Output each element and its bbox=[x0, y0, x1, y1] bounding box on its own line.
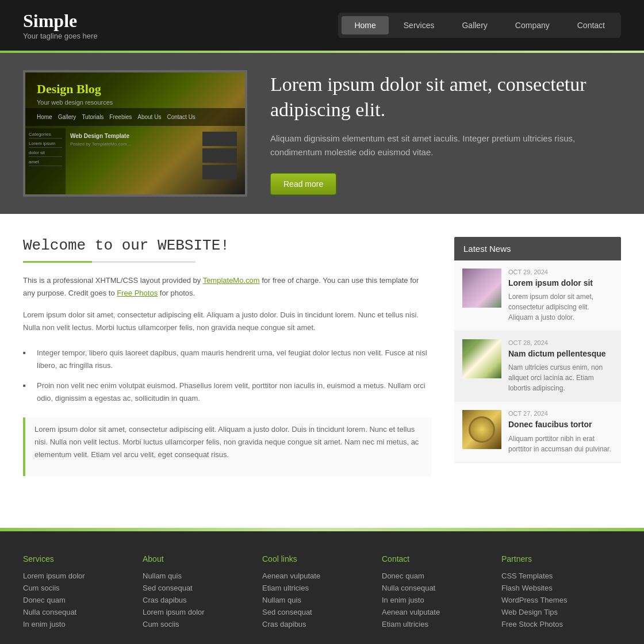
footer-link[interactable]: Sed consequat bbox=[143, 584, 193, 592]
footer-column-heading: Partners bbox=[501, 554, 610, 564]
footer-column: ContactDonec quamNulla consequatIn enim … bbox=[382, 554, 501, 632]
footer-link[interactable]: Nullam quis bbox=[262, 596, 301, 604]
footer-link-item: WordPress Themes bbox=[501, 596, 610, 604]
footer-link[interactable]: Sed consequat bbox=[262, 608, 312, 616]
footer-link-item: Aenean vulputate bbox=[262, 572, 370, 580]
logo: Simple Your tagline goes here bbox=[23, 10, 98, 40]
blockquote-text: Lorem ipsum dolor sit amet, consectetur … bbox=[34, 423, 422, 461]
news-title: Donec faucibus tortor bbox=[508, 419, 613, 430]
blog-main-content: Web Design Template Posted by TemplateMo… bbox=[66, 128, 199, 194]
footer-column-list: Nullam quisSed consequatCras dapibusLore… bbox=[143, 572, 251, 628]
news-item: OCT 29, 2024 Lorem ipsum dolor sit Lorem… bbox=[454, 260, 621, 331]
sidebar: Latest News OCT 29, 2024 Lorem ipsum dol… bbox=[454, 237, 621, 482]
footer-link-item: Etiam ultricies bbox=[382, 620, 490, 628]
nav-item-services[interactable]: Services bbox=[391, 16, 447, 34]
templatemo-link[interactable]: TemplateMo.com bbox=[203, 276, 260, 285]
footer-column: Cool linksAenean vulputateEtiam ultricie… bbox=[262, 554, 382, 632]
news-meta: OCT 28, 2024 Nam dictum pellentesque Nam… bbox=[508, 339, 613, 393]
footer-link[interactable]: Cum sociis bbox=[23, 584, 60, 592]
footer-link[interactable]: Etiam ultricies bbox=[382, 620, 428, 628]
news-meta: OCT 29, 2024 Lorem ipsum dolor sit Lorem… bbox=[508, 269, 613, 323]
footer-link-item: Flash Websites bbox=[501, 584, 610, 592]
footer-link-item: Lorem ipsum dolor bbox=[23, 572, 131, 580]
footer-link-item: Nullam quis bbox=[143, 572, 251, 580]
freephotos-link[interactable]: Free Photos bbox=[117, 289, 158, 297]
news-date: OCT 28, 2024 bbox=[508, 339, 613, 346]
footer-link-item: Web Design Tips bbox=[501, 608, 610, 616]
news-title: Nam dictum pellentesque bbox=[508, 348, 613, 359]
footer-column: AboutNullam quisSed consequatCras dapibu… bbox=[143, 554, 262, 632]
nav-item-contact[interactable]: Contact bbox=[565, 16, 618, 34]
footer-link[interactable]: Web Design Tips bbox=[501, 608, 558, 616]
footer-column-heading: Services bbox=[23, 554, 131, 564]
blog-sub: Your web design resources bbox=[25, 99, 245, 106]
main-content: Welcome to our WEBSITE! This is a profes… bbox=[23, 237, 454, 482]
blog-title: Design Blog bbox=[25, 72, 245, 99]
footer-column: ServicesLorem ipsum dolorCum sociisDonec… bbox=[23, 554, 143, 632]
header: Simple Your tagline goes here HomeServic… bbox=[0, 0, 644, 51]
footer: ServicesLorem ipsum dolorCum sociisDonec… bbox=[0, 531, 644, 644]
footer-link-item: Etiam ultricies bbox=[262, 584, 370, 592]
blog-sidebar: Categories Lorem ipsum dolor sit amet bbox=[25, 128, 66, 194]
news-title: Lorem ipsum dolor sit bbox=[508, 278, 613, 288]
nav-item-gallery[interactable]: Gallery bbox=[449, 16, 500, 34]
footer-link[interactable]: Lorem ipsum dolor bbox=[143, 608, 205, 616]
footer-link-item: Cras dapibus bbox=[262, 620, 370, 628]
tagline: Your tagline goes here bbox=[23, 32, 98, 40]
footer-link-item: Sed consequat bbox=[143, 584, 251, 592]
footer-column-heading: Cool links bbox=[262, 554, 370, 564]
intro-paragraph: This is a professional XHTML/CSS layout … bbox=[23, 274, 431, 300]
footer-link[interactable]: Cras dapibus bbox=[262, 620, 306, 628]
news-excerpt: Lorem ipsum dolor sit amet, consectetur … bbox=[508, 292, 613, 323]
footer-link[interactable]: CSS Templates bbox=[501, 572, 553, 580]
footer-link[interactable]: Etiam ultricies bbox=[262, 584, 309, 592]
nav-item-home[interactable]: Home bbox=[342, 16, 388, 34]
footer-link-item: Donec quam bbox=[382, 572, 490, 580]
footer-link[interactable]: Free Stock Photos bbox=[501, 620, 563, 628]
site-title: Simple bbox=[23, 10, 98, 32]
footer-link[interactable]: Lorem ipsum dolor bbox=[23, 572, 85, 580]
blockquote: Lorem ipsum dolor sit amet, consectetur … bbox=[23, 417, 431, 476]
footer-link-item: In enim justo bbox=[23, 620, 131, 628]
footer-link[interactable]: Nullam quis bbox=[143, 572, 182, 580]
hero-text: Lorem ipsum dolor sit amet, consectetur … bbox=[270, 72, 621, 195]
footer-link-item: Cum sociis bbox=[23, 584, 131, 592]
news-thumbnail bbox=[462, 410, 501, 449]
footer-link[interactable]: In enim justo bbox=[382, 596, 424, 604]
footer-link-item: In enim justo bbox=[382, 596, 490, 604]
hero-section: Design Blog Your web design resources Ho… bbox=[0, 53, 644, 214]
footer-link[interactable]: In enim justo bbox=[23, 620, 66, 628]
footer-link-item: Donec quam bbox=[23, 596, 131, 604]
footer-link-item: Lorem ipsum dolor bbox=[143, 608, 251, 616]
list-item: Proin non velit nec enim volutpat euismo… bbox=[23, 376, 431, 408]
footer-link[interactable]: Aenean vulputate bbox=[262, 572, 320, 580]
main-paragraph1: Lorem ipsum dolor sit amet, consectetur … bbox=[23, 309, 431, 334]
latest-news-header: Latest News bbox=[454, 237, 621, 260]
footer-link-item: Nulla consequat bbox=[23, 608, 131, 616]
footer-link[interactable]: WordPress Themes bbox=[501, 596, 567, 604]
footer-link[interactable]: Cras dapibus bbox=[143, 596, 187, 604]
footer-link[interactable]: Nulla consequat bbox=[382, 584, 435, 592]
footer-link-item: Nullam quis bbox=[262, 596, 370, 604]
footer-link-item: Aenean vulputate bbox=[382, 608, 490, 616]
footer-link[interactable]: Donec quam bbox=[382, 572, 424, 580]
footer-link[interactable]: Cum sociis bbox=[143, 620, 179, 628]
footer-link[interactable]: Nulla consequat bbox=[23, 608, 76, 616]
footer-link-item: Sed consequat bbox=[262, 608, 370, 616]
news-thumbnail bbox=[462, 269, 501, 308]
welcome-heading: Welcome to our WEBSITE! bbox=[23, 237, 431, 254]
footer-link[interactable]: Flash Websites bbox=[501, 584, 553, 592]
nav-item-company[interactable]: Company bbox=[503, 16, 562, 34]
footer-link-item: Cras dapibus bbox=[143, 596, 251, 604]
list-item: Integer tempor, libero quis laoreet dapi… bbox=[23, 343, 431, 375]
read-more-button[interactable]: Read more bbox=[270, 173, 336, 195]
footer-link-item: CSS Templates bbox=[501, 572, 610, 580]
news-list: OCT 29, 2024 Lorem ipsum dolor sit Lorem… bbox=[454, 260, 621, 463]
hero-image: Design Blog Your web design resources Ho… bbox=[23, 70, 247, 197]
hero-paragraph: Aliquam dignissim elementum est sit amet… bbox=[270, 132, 621, 159]
footer-column-list: Lorem ipsum dolorCum sociisDonec quamNul… bbox=[23, 572, 131, 628]
footer-column-list: Donec quamNulla consequatIn enim justoAe… bbox=[382, 572, 490, 628]
news-item: OCT 27, 2024 Donec faucibus tortor Aliqu… bbox=[454, 402, 621, 462]
footer-link[interactable]: Donec quam bbox=[23, 596, 66, 604]
footer-link[interactable]: Aenean vulputate bbox=[382, 608, 440, 616]
